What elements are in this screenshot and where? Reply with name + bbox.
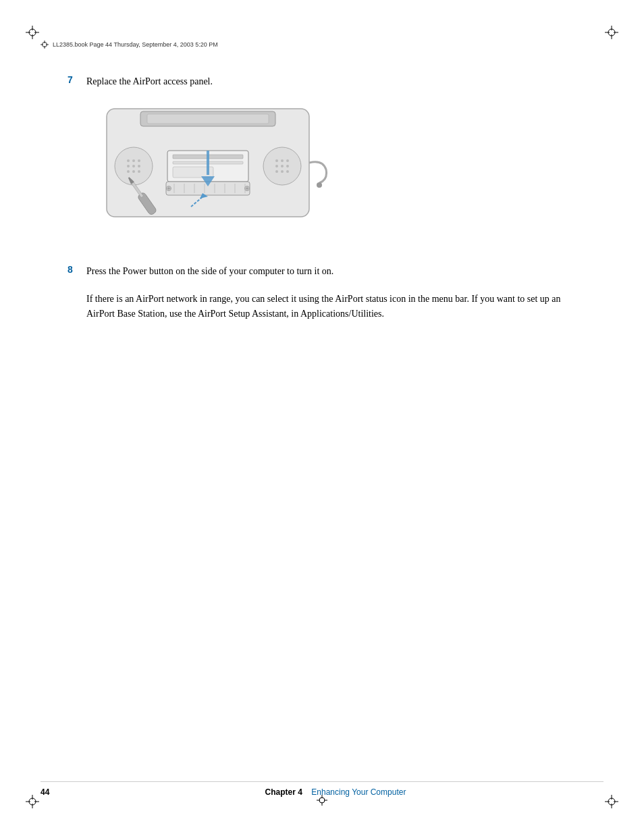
corner-mark-tr [605,26,618,39]
body-paragraph: If there is an AirPort network in range,… [86,292,590,322]
svg-point-46 [281,170,284,173]
svg-point-36 [132,170,135,173]
svg-point-34 [138,165,140,167]
svg-point-37 [138,170,140,173]
svg-point-45 [275,170,278,173]
svg-point-33 [132,165,135,167]
svg-point-31 [138,159,140,162]
corner-mark-br [605,795,618,808]
corner-mark-tl [26,26,39,39]
bottom-center-crosshair [317,795,327,808]
svg-point-30 [132,159,135,162]
step-7: 7 Replace the AirPort access panel. [68,74,590,88]
svg-point-44 [286,165,289,167]
step-7-number: 7 [68,74,78,88]
svg-point-42 [275,165,278,167]
page-number: 44 [41,787,68,797]
svg-rect-27 [147,114,269,124]
step-8-text: Press the Power button on the side of yo… [86,264,333,278]
step-7-text: Replace the AirPort access panel. [86,74,213,88]
footer-chapter: Chapter 4 Enhancing Your Computer [68,787,603,797]
header-text: LL2385.book Page 44 Thursday, September … [53,41,218,48]
svg-point-68 [317,182,322,188]
svg-point-39 [275,159,278,162]
step-8: 8 Press the Power button on the side of … [68,264,590,278]
header-line: LL2385.book Page 44 Thursday, September … [41,41,603,49]
step-8-number: 8 [68,264,78,278]
page: LL2385.book Page 44 Thursday, September … [0,0,644,834]
svg-point-41 [286,159,289,162]
svg-point-32 [127,165,130,167]
svg-point-35 [127,170,130,173]
content-area: 7 Replace the AirPort access panel. [68,74,590,322]
svg-point-75 [319,798,325,803]
corner-mark-bl [26,795,39,808]
airport-panel-illustration [86,102,329,251]
svg-point-43 [281,165,284,167]
svg-point-47 [286,170,289,173]
svg-marker-61 [207,151,209,175]
svg-point-29 [127,159,130,162]
chapter-label: Chapter 4 [265,787,302,797]
svg-point-40 [281,159,284,162]
